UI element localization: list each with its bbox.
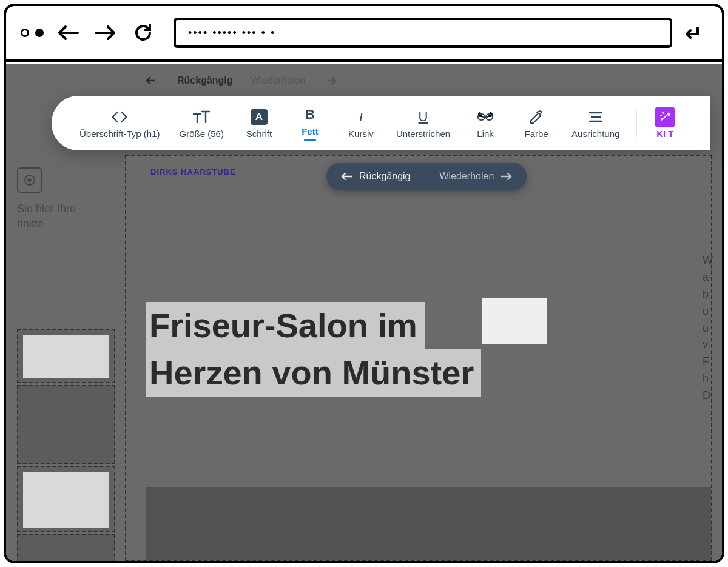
editor-redo-label[interactable]: Wiederholen [251,75,306,86]
font-family-button[interactable]: A Schrift [235,104,283,143]
color-button[interactable]: Farbe [512,104,561,143]
url-text: •••• ••••• ••• • • [188,27,275,39]
text-toolbar: Überschrift-Typ (h1) Größe (56) A Schrif… [52,96,710,150]
underline-icon: U [396,108,450,126]
italic-icon: I [345,108,377,126]
window-controls [21,29,44,37]
app-area: Rückgängig Wiederholen Überschrift-Typ (… [6,64,722,561]
link-icon [470,108,501,126]
headline-line-2: Herzen von Münster [146,349,481,397]
code-icon [79,108,160,126]
underline-button[interactable]: U Unterstrichen [388,104,459,143]
link-button[interactable]: Link [461,104,510,143]
sidebar-hint-1: Sie hier Ihre [17,201,115,216]
font-icon: A [243,108,275,126]
nav-reload-button[interactable] [130,19,157,46]
section-thumb[interactable] [17,466,115,532]
editor-top-undo-row: Rückgängig Wiederholen [146,75,337,86]
toolbar-divider [636,108,637,138]
add-section-icon[interactable] [17,167,42,193]
font-size-button[interactable]: Größe (56) [171,104,232,143]
editor-undo-label[interactable]: Rückgängig [177,75,233,86]
bold-icon: B [294,106,326,124]
canvas-undo-button[interactable]: Rückgängig [326,163,425,190]
next-section-band [146,487,711,560]
browser-frame: •••• ••••• ••• • • Rückgängig Wiederhole… [4,4,724,563]
browser-top-bar: •••• ••••• ••• • • [6,6,722,62]
section-thumb[interactable] [17,534,115,561]
svg-rect-2 [482,116,488,118]
heading-type-button[interactable]: Überschrift-Typ (h1) [71,104,169,143]
window-dot-min[interactable] [21,29,29,37]
section-thumb[interactable] [17,385,115,464]
sidebar-hint-2: hnitte [17,216,115,232]
headline-line-1: Friseur-Salon im [146,302,425,349]
nav-back-button[interactable] [55,19,81,46]
ai-tools-button[interactable]: KI T [645,104,676,143]
selected-headline[interactable]: Friseur-Salon im Herzen von Münster [146,302,481,397]
editor-canvas[interactable]: DIRKS HAARSTUBE Rückgängig Wiederholen F… [125,155,712,561]
bold-button[interactable]: B Fett [286,102,334,145]
active-indicator [304,139,316,141]
alignment-button[interactable]: Ausrichtung [563,104,628,143]
floating-undo-pill: Rückgängig Wiederholen [326,163,527,190]
nav-forward-button[interactable] [92,19,119,46]
sections-sidebar: Sie hier Ihre hnitte [6,155,121,561]
clipped-paragraph: W a b u u v F h D [703,252,717,404]
site-logo[interactable]: DIRKS HAARSTUBE [150,167,236,176]
canvas-redo-button[interactable]: Wiederholen [425,163,527,190]
section-thumb[interactable] [17,329,115,383]
window-dot-close[interactable] [35,29,44,37]
undo-icon [146,76,159,86]
go-button[interactable] [683,24,707,41]
align-icon [571,108,619,126]
text-cursor-block [482,298,547,344]
eyedropper-icon [521,108,552,126]
magic-wand-icon [654,108,676,126]
italic-button[interactable]: I Kursiv [337,104,385,143]
redo-icon [323,76,337,86]
url-bar[interactable]: •••• ••••• ••• • • [174,18,672,48]
text-size-icon [180,108,224,126]
